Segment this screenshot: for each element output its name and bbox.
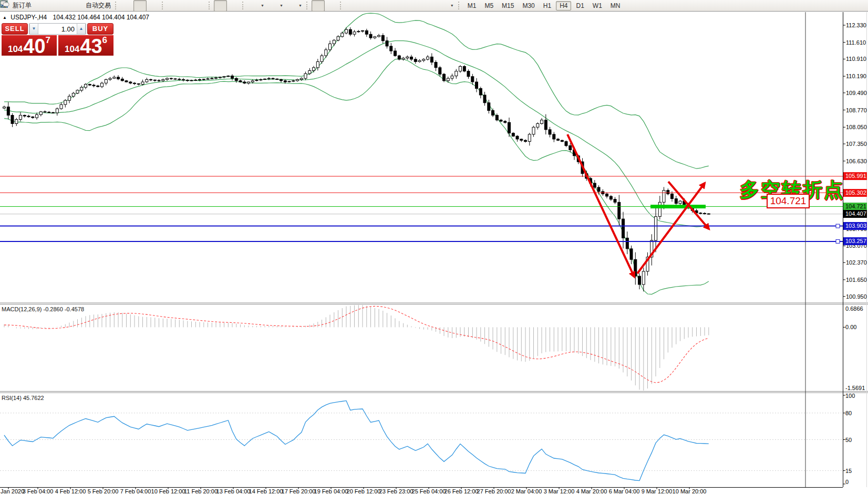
clock-icon [268,2,277,10]
dropdown-caret: ▼ [298,4,302,7]
toolbar-grip [458,2,461,9]
timeframe-button-m30[interactable]: M30 [519,1,538,10]
horizontal-lines[interactable] [0,176,843,244]
auto-scroll-icon [216,2,225,10]
toolbar-grip [340,2,343,9]
zoom-out-icon [182,2,191,10]
volume-increase-button[interactable]: ▲ [77,24,86,34]
timeframe-button-m15[interactable]: M15 [498,1,518,10]
trendline-tool[interactable] [371,0,385,12]
dropdown-caret: ▼ [450,4,454,7]
crosshair-icon [327,2,336,10]
zoom-out-button[interactable] [180,0,193,12]
candles [3,27,710,291]
signals-button[interactable] [60,0,73,12]
ohlc-bars-icon [122,2,131,10]
trendline-icon [374,2,383,10]
template-icon [287,2,296,10]
timeframe-button-m5[interactable]: M5 [481,1,497,10]
vertical-line-tool[interactable] [345,0,358,12]
crosshair-tool-button[interactable] [325,0,338,12]
templates-button[interactable]: ▼ [285,0,304,12]
toolbar-grip [242,2,245,9]
equidistant-channel-tool[interactable]: E [385,0,398,12]
dropdown-caret: ▼ [261,4,264,7]
periods-button[interactable]: ▼ [266,0,285,12]
timeframe-button-w1[interactable]: W1 [589,1,606,10]
tile-windows-icon [195,2,204,10]
chart-shift-icon [229,2,238,10]
candlestick-mode-button[interactable] [133,0,147,12]
channel-icon: E [387,2,396,10]
profile-icon [49,2,58,10]
auto-trading-button[interactable]: 自动交易 [73,0,113,12]
timeframe-button-m1[interactable]: M1 [464,1,480,10]
horizontal-line-icon [360,2,369,10]
text-icon: A [413,2,422,10]
shapes-icon [439,2,448,10]
price-annotation-label[interactable]: 104.721 [767,194,810,208]
trading-terminal-window: 新订单 自动交易 [0,0,868,495]
rsi-levels [0,413,843,471]
chart-area[interactable] [0,0,868,495]
sell-button[interactable]: SELL [2,23,28,35]
chart-shift-button[interactable] [227,0,240,12]
collapse-icon[interactable]: ▲ [3,15,7,20]
text-label-tool[interactable]: T [424,0,437,12]
candlestick-icon [136,2,144,10]
label-icon: T [426,2,435,10]
symbol-ohlc-values: 104.432 104.464 104.404 104.407 [53,14,150,21]
rsi-line [4,401,709,480]
toolbar-grip [306,2,309,9]
buy-price[interactable]: 104436 [58,35,113,56]
dropdown-caret: ▼ [280,4,283,7]
volume-stepper: ▼ ▲ [29,23,86,35]
sell-price[interactable]: 104407 [2,35,57,56]
line-chart-mode-button[interactable] [147,0,160,12]
bar-chart-mode-button[interactable] [120,0,133,12]
rsi-label: RSI(14) 45.7622 [2,395,44,401]
trend-arrows[interactable] [567,134,709,277]
symbol-title: USDJPY-,H4 [11,14,47,21]
symbol-header: ▲ USDJPY-,H4 104.432 104.464 104.404 104… [3,14,149,21]
auto-trading-label: 自动交易 [86,1,111,10]
timeframe-button-h4[interactable]: H4 [556,1,571,10]
buy-button[interactable]: BUY [87,23,113,35]
add-indicator-icon [250,2,259,10]
timeframe-button-mn[interactable]: MN [607,1,624,10]
chat-icon[interactable] [854,2,863,10]
one-click-trading-panel: SELL ▼ ▲ BUY 104407 104436 [2,23,113,56]
signal-icon [62,2,71,10]
market-watch-button[interactable] [34,0,47,12]
timeframe-button-h1[interactable]: H1 [540,1,555,10]
tile-windows-button[interactable] [193,0,206,12]
text-tool[interactable]: A [411,0,424,12]
zoom-in-icon [169,2,178,10]
toolbar-right-group [841,2,868,10]
arrows-tool[interactable]: ▼ [437,0,456,12]
new-order-label: 新订单 [13,1,32,10]
trend-arrow[interactable] [567,134,634,277]
volume-input[interactable] [38,24,77,34]
cursor-icon [314,2,323,10]
toolbar-grip [115,2,118,9]
line-chart-icon [149,2,158,10]
main-toolbar: 新订单 自动交易 [0,0,868,12]
auto-trading-icon [75,2,84,10]
cursor-tool-button[interactable] [312,0,325,12]
terminal-button[interactable] [47,0,60,12]
timeframe-button-d1[interactable]: D1 [572,1,587,10]
horizontal-line-tool[interactable] [358,0,371,12]
zoom-in-button[interactable] [167,0,180,12]
macd-label: MACD(12,26,9) -0.2860 -0.4578 [2,306,84,312]
macd-histogram [4,305,709,391]
search-icon[interactable] [841,2,850,10]
auto-scroll-button[interactable] [214,0,227,12]
fibonacci-icon: F [400,2,409,10]
toolbar-grip [209,2,212,9]
add-indicator-button[interactable]: ▼ [247,0,266,12]
volume-decrease-button[interactable]: ▼ [29,24,38,34]
fibonacci-tool[interactable]: F [398,0,411,12]
axes [0,12,845,489]
toolbar-grip [162,2,165,9]
